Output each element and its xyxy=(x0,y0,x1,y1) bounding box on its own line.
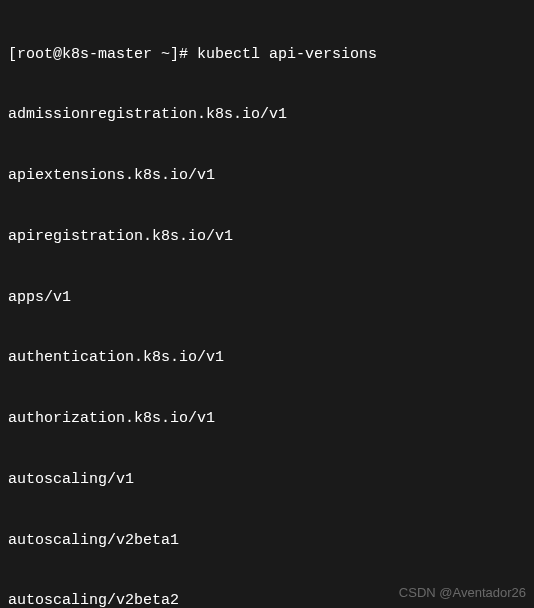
output-line: autoscaling/v2beta1 xyxy=(8,531,526,551)
output-line: apps/v1 xyxy=(8,288,526,308)
output-line: autoscaling/v1 xyxy=(8,470,526,490)
command-line: [root@k8s-master ~]# kubectl api-version… xyxy=(8,45,526,65)
watermark-csdn: CSDN @Aventador26 xyxy=(399,584,526,602)
output-line: apiextensions.k8s.io/v1 xyxy=(8,166,526,186)
shell-prompt: [root@k8s-master ~]# xyxy=(8,46,197,63)
output-line: apiregistration.k8s.io/v1 xyxy=(8,227,526,247)
output-line: authorization.k8s.io/v1 xyxy=(8,409,526,429)
terminal[interactable]: [root@k8s-master ~]# kubectl api-version… xyxy=(8,4,526,608)
command-text: kubectl api-versions xyxy=(197,46,377,63)
output-line: authentication.k8s.io/v1 xyxy=(8,348,526,368)
output-line: admissionregistration.k8s.io/v1 xyxy=(8,105,526,125)
